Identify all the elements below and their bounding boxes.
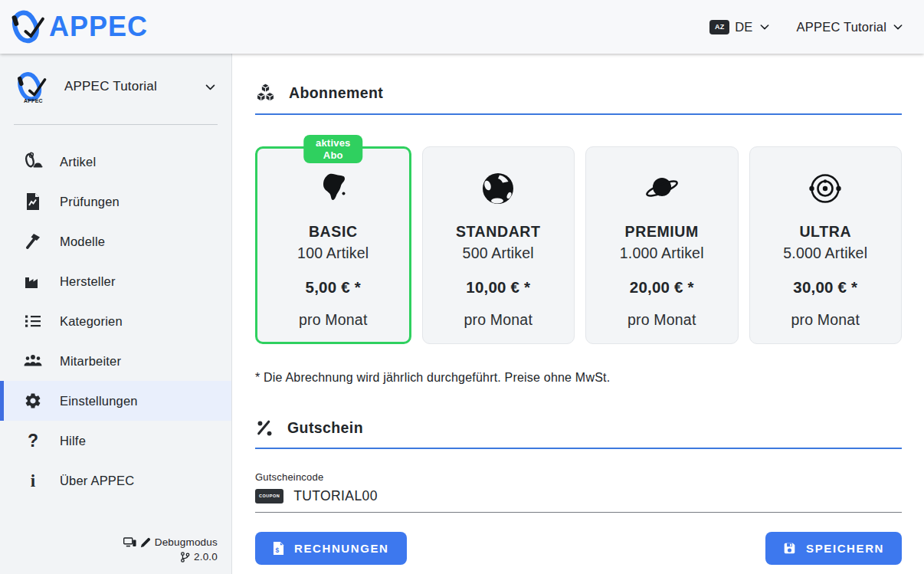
debug-mode-label: Debugmodus: [155, 535, 218, 550]
sidebar: APPEC APPEC Tutorial Artikel: [0, 54, 232, 574]
plan-articles: 500 Artikel: [463, 244, 534, 262]
plan-price: 30,00 € *: [793, 278, 857, 297]
plan-card-premium[interactable]: PREMIUM 1.000 Artikel 20,00 € * pro Mona…: [585, 146, 739, 344]
plan-price: 10,00 € *: [466, 278, 530, 297]
footer-actions: $ RECHNUNGEN SPEICHERN: [255, 532, 902, 565]
svg-text:APPEC: APPEC: [24, 98, 42, 103]
percent-icon: [255, 418, 274, 438]
plan-card-ultra[interactable]: ULTRA 5.000 Artikel 30,00 € * pro Monat: [749, 146, 903, 344]
chevron-down-icon: [759, 21, 771, 33]
coupon-icon: COUPON: [255, 489, 283, 504]
report-file-icon: [23, 192, 43, 212]
plan-name: PREMIUM: [625, 223, 699, 241]
sidebar-item-kategorien[interactable]: Kategorien: [0, 301, 231, 341]
devices-icon: [123, 537, 136, 548]
chevron-down-icon: [204, 80, 216, 93]
globe-icon: [480, 170, 516, 207]
info-icon: i: [23, 471, 43, 490]
sidebar-footer: Debugmodus 2.0.0: [0, 535, 231, 574]
sidebar-item-label: Kategorien: [60, 314, 123, 329]
orbit-icon: [807, 170, 844, 207]
plan-articles: 5.000 Artikel: [783, 244, 867, 262]
voucher-section-header: Gutschein: [255, 418, 902, 438]
git-branch-icon: [180, 552, 190, 563]
active-subscription-badge: aktives Abo: [303, 135, 363, 163]
workspace-menu[interactable]: APPEC Tutorial: [797, 20, 904, 34]
sidebar-item-hilfe[interactable]: ? Hilfe: [0, 421, 231, 461]
list-icon: [23, 311, 43, 331]
plan-period: pro Monat: [627, 311, 696, 329]
translate-icon: AZ: [709, 20, 729, 34]
language-selector[interactable]: AZ DE: [709, 20, 770, 34]
cubes-icon: [255, 83, 276, 103]
subscription-section-header: Abonnement: [255, 83, 902, 103]
section-rule: [255, 448, 902, 449]
voucher-field: COUPON: [255, 488, 902, 513]
carabiner-logo-icon: [8, 7, 48, 47]
sidebar-item-ueber-appec[interactable]: i Über APPEC: [0, 461, 231, 500]
save-button-label: SPEICHERN: [806, 542, 884, 555]
hammer-icon: [23, 231, 43, 251]
pencil-icon: [140, 537, 151, 548]
sidebar-item-label: Modelle: [60, 235, 105, 249]
sidebar-item-label: Einstellungen: [60, 394, 138, 408]
sidebar-item-einstellungen[interactable]: Einstellungen: [0, 381, 231, 421]
sidebar-item-label: Artikel: [60, 155, 96, 169]
question-icon: ?: [23, 431, 43, 451]
plan-card-standart[interactable]: STANDART 500 Artikel 10,00 € * pro Monat: [422, 146, 575, 344]
planet-icon: [644, 170, 680, 207]
invoice-icon: $: [273, 541, 284, 556]
voucher-code-input[interactable]: [293, 488, 902, 504]
sidebar-item-mitarbeiter[interactable]: Mitarbeiter: [0, 341, 231, 381]
sidebar-workspace-selector[interactable]: APPEC APPEC Tutorial: [0, 54, 231, 118]
debug-mode-row: Debugmodus: [14, 535, 218, 550]
chevron-down-icon: [892, 21, 904, 33]
carabiner-mini-logo-icon: APPEC: [14, 69, 49, 104]
app-logo[interactable]: APPEC: [8, 7, 148, 47]
gear-icon: [23, 391, 43, 411]
people-icon: [23, 351, 43, 371]
top-header: APPEC AZ DE APPEC Tutorial: [0, 0, 924, 54]
sidebar-item-modelle[interactable]: Modelle: [0, 221, 231, 261]
africa-icon: [315, 170, 352, 207]
plan-price: 20,00 € *: [630, 278, 694, 297]
sidebar-item-pruefungen[interactable]: Prüfungen: [0, 182, 231, 221]
voucher-field-label: Gutscheincode: [255, 471, 902, 483]
sidebar-item-label: Prüfungen: [60, 195, 120, 209]
invoices-button[interactable]: $ RECHNUNGEN: [255, 532, 407, 565]
plan-name: STANDART: [456, 223, 541, 241]
plan-price: 5,00 € *: [306, 278, 361, 297]
sidebar-item-hersteller[interactable]: Hersteller: [0, 261, 231, 301]
language-code: DE: [735, 20, 752, 34]
workspace-menu-label: APPEC Tutorial: [797, 20, 886, 34]
plan-card-basic[interactable]: aktives Abo BASIC 100 Artikel 5,00 € * p…: [255, 146, 411, 344]
svg-text:$: $: [275, 546, 280, 554]
billing-footnote: * Die Abrechnung wird jährlich durchgefü…: [255, 371, 902, 385]
main-content: Abonnement aktives Abo BASIC 100 Artikel…: [232, 54, 924, 574]
subscription-title: Abonnement: [289, 84, 383, 102]
plan-period: pro Monat: [791, 311, 860, 329]
plan-period: pro Monat: [299, 311, 368, 329]
plan-name: BASIC: [309, 223, 358, 241]
sidebar-item-label: Über APPEC: [60, 474, 134, 488]
voucher-title: Gutschein: [287, 419, 363, 437]
plan-articles: 100 Artikel: [297, 244, 369, 262]
sidebar-item-label: Hersteller: [60, 274, 116, 289]
sidebar-item-artikel[interactable]: Artikel: [0, 142, 231, 182]
invoices-button-label: RECHNUNGEN: [294, 542, 389, 555]
sidebar-divider: [14, 124, 218, 125]
section-rule: [255, 113, 902, 115]
plan-cards: aktives Abo BASIC 100 Artikel 5,00 € * p…: [255, 146, 902, 344]
factory-icon: [23, 271, 43, 291]
version-label: 2.0.0: [194, 549, 218, 565]
sidebar-workspace-label: APPEC Tutorial: [64, 79, 188, 94]
version-row: 2.0.0: [14, 549, 218, 565]
sidebar-nav: Artikel Prüfungen: [0, 142, 231, 500]
save-button[interactable]: SPEICHERN: [765, 532, 902, 565]
brand-name: APPEC: [49, 11, 148, 43]
save-icon: [783, 542, 796, 555]
carabiner-helmet-icon: [23, 152, 43, 172]
sidebar-item-label: Hilfe: [60, 434, 86, 448]
plan-period: pro Monat: [464, 311, 532, 329]
plan-name: ULTRA: [799, 223, 851, 241]
